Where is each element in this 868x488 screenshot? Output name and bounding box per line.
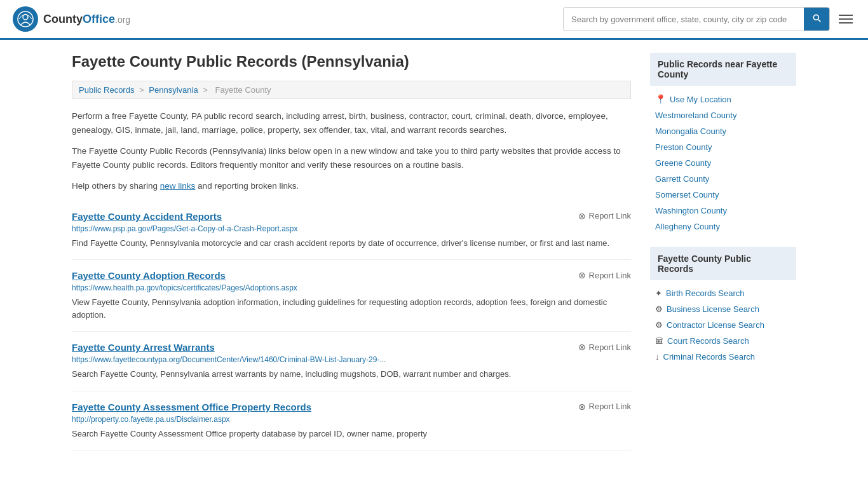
record-header: Fayette County Accident Reports ⊗ Report… bbox=[72, 211, 631, 222]
logo-area: CountyOffice.org bbox=[13, 6, 130, 32]
main-container: Fayette County Public Records (Pennsylva… bbox=[59, 40, 809, 463]
intro3-prefix: Help others by sharing bbox=[72, 181, 160, 191]
record-type-icon: ↓ bbox=[655, 352, 660, 362]
report-link-label: Report Link bbox=[589, 342, 631, 352]
site-header: CountyOffice.org bbox=[0, 0, 868, 40]
nearby-county-link[interactable]: Somerset County bbox=[655, 190, 719, 200]
breadcrumb-current: Fayette County bbox=[215, 85, 271, 95]
nearby-county-item[interactable]: Preston County bbox=[650, 139, 796, 155]
nearby-counties-list: Westmoreland CountyMonongalia CountyPres… bbox=[650, 107, 796, 234]
pin-icon: 📍 bbox=[655, 94, 666, 104]
record-desc: Search Fayette County, Pennsylvania arre… bbox=[72, 368, 631, 381]
header-right bbox=[563, 7, 855, 31]
report-link[interactable]: ⊗ Report Link bbox=[578, 342, 631, 352]
report-link-label: Report Link bbox=[589, 271, 631, 280]
report-link-label: Report Link bbox=[589, 402, 631, 411]
sidebar-record-item[interactable]: ⚙ Contractor License Search bbox=[650, 317, 796, 333]
record-type-link[interactable]: Criminal Records Search bbox=[663, 352, 756, 362]
nearby-county-link[interactable]: Westmoreland County bbox=[655, 111, 736, 120]
record-type-link[interactable]: Contractor License Search bbox=[667, 320, 764, 330]
search-button[interactable] bbox=[804, 8, 829, 30]
report-icon: ⊗ bbox=[578, 342, 586, 352]
report-link-label: Report Link bbox=[589, 211, 631, 220]
breadcrumb-public-records[interactable]: Public Records bbox=[79, 85, 134, 95]
report-icon: ⊗ bbox=[578, 270, 586, 280]
nearby-county-link[interactable]: Washington County bbox=[655, 206, 727, 215]
record-title[interactable]: Fayette County Arrest Warrants bbox=[72, 342, 215, 353]
records-section-header: Fayette County Public Records bbox=[650, 247, 796, 280]
record-header: Fayette County Arrest Warrants ⊗ Report … bbox=[72, 342, 631, 353]
new-links-link[interactable]: new links bbox=[160, 181, 196, 191]
report-link[interactable]: ⊗ Report Link bbox=[578, 270, 631, 280]
record-type-link[interactable]: Court Records Search bbox=[667, 336, 749, 346]
nearby-county-link[interactable]: Greene County bbox=[655, 158, 711, 168]
intro3-suffix: and reporting broken links. bbox=[195, 181, 299, 191]
logo-text: CountyOffice.org bbox=[43, 13, 130, 26]
nearby-county-link[interactable]: Allegheny County bbox=[655, 222, 720, 231]
nearby-county-item[interactable]: Washington County bbox=[650, 203, 796, 219]
search-bar bbox=[563, 7, 830, 31]
breadcrumb-pennsylvania[interactable]: Pennsylvania bbox=[149, 85, 198, 95]
record-type-icon: ⚙ bbox=[655, 320, 663, 330]
nearby-section: Public Records near Fayette County 📍 Use… bbox=[650, 53, 796, 234]
breadcrumb-sep-1: > bbox=[139, 85, 146, 95]
logo-icon bbox=[13, 6, 38, 32]
record-desc: Find Fayette County, Pennsylvania motorc… bbox=[72, 237, 631, 250]
nearby-county-item[interactable]: Allegheny County bbox=[650, 219, 796, 234]
nearby-county-link[interactable]: Garrett County bbox=[655, 174, 709, 184]
record-type-link[interactable]: Business License Search bbox=[667, 304, 759, 314]
record-url: http://property.co.fayette.pa.us/Disclai… bbox=[72, 415, 631, 424]
menu-button[interactable] bbox=[836, 12, 855, 26]
intro-text-1: Perform a free Fayette County, PA public… bbox=[72, 109, 631, 137]
report-link[interactable]: ⊗ Report Link bbox=[578, 211, 631, 221]
sidebar-record-item[interactable]: ✦ Birth Records Search bbox=[650, 285, 796, 301]
page-title: Fayette County Public Records (Pennsylva… bbox=[72, 53, 631, 71]
sidebar-record-item[interactable]: ⚙ Business License Search bbox=[650, 301, 796, 317]
record-title[interactable]: Fayette County Adoption Records bbox=[72, 270, 226, 281]
record-url: https://www.health.pa.gov/topics/certifi… bbox=[72, 283, 631, 292]
sidebar-record-item[interactable]: ↓ Criminal Records Search bbox=[650, 349, 796, 365]
search-input[interactable] bbox=[564, 10, 804, 29]
nearby-county-link[interactable]: Preston County bbox=[655, 142, 712, 152]
sidebar: Public Records near Fayette County 📍 Use… bbox=[650, 53, 796, 451]
nearby-county-item[interactable]: Westmoreland County bbox=[650, 107, 796, 123]
record-url: https://www.psp.pa.gov/Pages/Get-a-Copy-… bbox=[72, 224, 631, 233]
breadcrumb-sep-2: > bbox=[203, 85, 210, 95]
records-section: Fayette County Public Records ✦ Birth Re… bbox=[650, 247, 796, 365]
record-header: Fayette County Adoption Records ⊗ Report… bbox=[72, 270, 631, 281]
records-list: Fayette County Accident Reports ⊗ Report… bbox=[72, 201, 631, 451]
nearby-county-item[interactable]: Somerset County bbox=[650, 187, 796, 203]
record-entry: Fayette County Adoption Records ⊗ Report… bbox=[72, 260, 631, 332]
record-links-list: ✦ Birth Records Search ⚙ Business Licens… bbox=[650, 285, 796, 365]
intro-text-2: The Fayette County Public Records (Penns… bbox=[72, 144, 631, 172]
use-location-link[interactable]: Use My Location bbox=[670, 95, 731, 104]
nearby-county-item[interactable]: Garrett County bbox=[650, 171, 796, 187]
report-icon: ⊗ bbox=[578, 402, 586, 412]
nearby-county-item[interactable]: Monongalia County bbox=[650, 123, 796, 139]
report-link[interactable]: ⊗ Report Link bbox=[578, 402, 631, 412]
use-location-item[interactable]: 📍 Use My Location bbox=[650, 91, 796, 107]
record-desc: View Fayette County, Pennsylvania adopti… bbox=[72, 296, 631, 321]
nearby-header: Public Records near Fayette County bbox=[650, 53, 796, 86]
record-type-link[interactable]: Birth Records Search bbox=[666, 288, 745, 298]
record-type-icon: 🏛 bbox=[655, 336, 663, 346]
record-type-icon: ⚙ bbox=[655, 304, 663, 314]
nearby-county-item[interactable]: Greene County bbox=[650, 155, 796, 171]
breadcrumb: Public Records > Pennsylvania > Fayette … bbox=[72, 81, 631, 99]
record-entry: Fayette County Assessment Office Propert… bbox=[72, 391, 631, 451]
content-area: Fayette County Public Records (Pennsylva… bbox=[72, 53, 631, 451]
record-title[interactable]: Fayette County Accident Reports bbox=[72, 211, 222, 222]
record-desc: Search Fayette County Assessment Office … bbox=[72, 428, 631, 440]
record-header: Fayette County Assessment Office Propert… bbox=[72, 402, 631, 412]
nearby-county-link[interactable]: Monongalia County bbox=[655, 126, 726, 136]
record-entry: Fayette County Accident Reports ⊗ Report… bbox=[72, 201, 631, 261]
record-entry: Fayette County Arrest Warrants ⊗ Report … bbox=[72, 332, 631, 391]
record-type-icon: ✦ bbox=[655, 288, 662, 298]
intro-text-3: Help others by sharing new links and rep… bbox=[72, 179, 631, 193]
report-icon: ⊗ bbox=[578, 211, 586, 221]
sidebar-record-item[interactable]: 🏛 Court Records Search bbox=[650, 333, 796, 349]
record-title[interactable]: Fayette County Assessment Office Propert… bbox=[72, 402, 311, 412]
record-url: https://www.fayettecountypa.org/Document… bbox=[72, 355, 631, 364]
